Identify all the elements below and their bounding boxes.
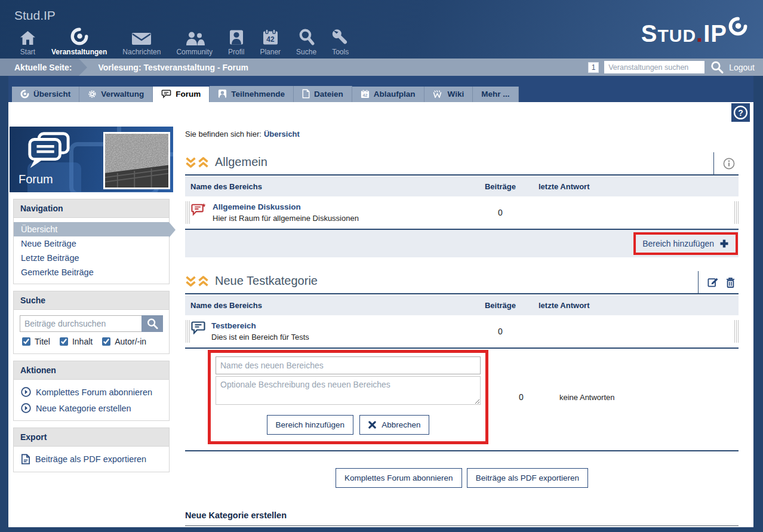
- export-widget: Export Beiträge als PDF exportieren: [13, 428, 170, 472]
- bottom-border: [0, 527, 763, 532]
- nav-veranstaltungen[interactable]: Veranstaltungen: [44, 25, 115, 56]
- new-category-section: Neue Kategorie erstellen Kategorie erste…: [185, 511, 739, 527]
- forum-search-input[interactable]: [20, 315, 141, 332]
- tab-ablaufplan[interactable]: 42 Ablaufplan: [352, 87, 424, 102]
- actions-widget: Aktionen Komplettes Forum abonnieren Neu…: [13, 361, 170, 421]
- subscribe-forum-link[interactable]: Komplettes Forum abonnieren: [14, 384, 169, 400]
- table-row: Allgemeine Diskussion Hier ist Raum für …: [185, 196, 739, 230]
- info-icon[interactable]: [723, 158, 735, 170]
- chevron-double-up-icon[interactable]: [198, 275, 209, 287]
- community-icon: [176, 25, 213, 45]
- widget-title: Export: [14, 428, 169, 447]
- new-area-form-row: Bereich hinzufügen Abbrechen: [185, 349, 739, 451]
- highlight-annotation: Bereich hinzufügen Abbrechen: [208, 350, 488, 444]
- nav-suche[interactable]: Suche: [288, 25, 324, 56]
- tab-forum[interactable]: Forum: [153, 87, 210, 102]
- subscribe-forum-button[interactable]: Komplettes Forum abonnieren: [336, 468, 462, 488]
- search-widget: Suche Titel: [13, 291, 170, 354]
- sidebar-item-letzte-beitraege[interactable]: Letzte Beiträge: [14, 251, 169, 265]
- checkbox-inhalt-label[interactable]: Inhalt: [57, 336, 93, 348]
- content-area: ? Forum: [8, 102, 753, 527]
- page-frame: Übersicht Verwaltung Forum Teilnehmende …: [0, 76, 763, 527]
- highlight-annotation: Bereich hinzufügen: [633, 232, 738, 255]
- gear-icon: [88, 90, 97, 99]
- forum-area-new-icon: [191, 202, 207, 216]
- breadcrumb-bar: Aktuelle Seite: Vorlesung: Testveranstal…: [0, 59, 763, 76]
- area-link[interactable]: Allgemeine Diskussion: [213, 202, 359, 211]
- quick-select-box[interactable]: 1: [588, 62, 599, 73]
- table-header: Name des Bereichs Beiträge letzte Antwor…: [185, 296, 739, 315]
- sidebar-item-neue-beitraege[interactable]: Neue Beiträge: [14, 236, 169, 251]
- table-header: Name des Bereichs Beiträge letzte Antwor…: [185, 177, 739, 196]
- svg-text:?: ?: [738, 108, 743, 118]
- category-footer: Bereich hinzufügen: [185, 230, 739, 257]
- trash-icon[interactable]: [726, 277, 735, 288]
- nav-profil[interactable]: Profil: [220, 25, 252, 56]
- edit-icon[interactable]: [707, 277, 718, 287]
- posts-count: 0: [467, 327, 533, 336]
- chevron-double-down-icon[interactable]: [185, 156, 196, 168]
- sidebar-banner: Forum: [10, 127, 173, 192]
- search-icon: [146, 318, 158, 330]
- tab-dateien[interactable]: Dateien: [294, 86, 352, 102]
- drag-handle[interactable]: [186, 320, 190, 343]
- checkbox-inhalt[interactable]: [60, 337, 68, 346]
- seminar-swirl-icon: [51, 25, 107, 45]
- nav-nachrichten[interactable]: Nachrichten: [115, 25, 168, 56]
- new-category-heading: Neue Kategorie erstellen: [185, 511, 739, 526]
- tab-verwaltung[interactable]: Verwaltung: [79, 87, 153, 102]
- widget-title: Suche: [14, 291, 169, 310]
- sidebar-item-gemerkte-beitraege[interactable]: Gemerkte Beiträge: [14, 265, 169, 279]
- footer-buttons: Komplettes Forum abonnieren Beiträge als…: [185, 468, 739, 488]
- logout-link[interactable]: Logout: [729, 63, 755, 72]
- export-pdf-link[interactable]: Beiträge als PDF exportieren: [14, 451, 169, 468]
- table-row: Testbereich Dies ist ein Bereich für Tes…: [185, 315, 739, 349]
- search-icon[interactable]: [710, 60, 724, 74]
- chevron-double-up-icon[interactable]: [198, 156, 209, 168]
- nav-start[interactable]: Start: [12, 25, 44, 56]
- new-area-name-input[interactable]: [216, 356, 481, 374]
- help-icon: ?: [733, 105, 748, 120]
- course-search-input[interactable]: [604, 61, 704, 73]
- lecture-hall-photo: [103, 132, 170, 189]
- checkbox-titel-label[interactable]: Titel: [20, 336, 50, 348]
- location-link[interactable]: Übersicht: [264, 130, 300, 139]
- area-description: Dies ist ein Bereich für Tests: [211, 333, 309, 342]
- sidebar: Forum Navigation Übersicht Neue Beiträge: [8, 102, 174, 527]
- checkbox-titel[interactable]: [22, 337, 30, 346]
- add-area-submit-button[interactable]: Bereich hinzufügen: [267, 415, 354, 435]
- area-link[interactable]: Testbereich: [211, 321, 309, 330]
- tab-uebersicht[interactable]: Übersicht: [12, 87, 79, 102]
- widget-title: Navigation: [14, 199, 169, 218]
- tab-mehr[interactable]: Mehr ...: [473, 87, 518, 102]
- profile-icon: [228, 25, 244, 45]
- person-icon: [218, 89, 227, 99]
- nav-tools[interactable]: Tools: [324, 25, 356, 56]
- chevron-double-down-icon[interactable]: [185, 275, 196, 287]
- sidebar-item-uebersicht[interactable]: Übersicht: [14, 222, 169, 236]
- breadcrumb-page-title: Vorlesung: Testveranstaltung - Forum: [98, 63, 248, 72]
- export-pdf-button[interactable]: Beiträge als PDF exportieren: [467, 468, 588, 488]
- tab-wiki[interactable]: Wiki: [424, 87, 473, 102]
- tab-teilnehmende[interactable]: Teilnehmende: [210, 86, 294, 102]
- nav-community[interactable]: Community: [168, 25, 220, 56]
- forum-bubble-icon: [161, 90, 171, 99]
- new-area-description-input[interactable]: [216, 376, 481, 405]
- add-area-button[interactable]: Bereich hinzufügen: [636, 235, 736, 253]
- forum-bubble-icon: [25, 131, 70, 171]
- breadcrumb-tools: 1 Logout: [588, 60, 763, 74]
- checkbox-autor-label[interactable]: Autor/-in: [100, 336, 146, 348]
- new-category-link[interactable]: Neue Kategorie erstellen: [14, 400, 169, 416]
- forum-search-button[interactable]: [141, 315, 163, 332]
- drag-handle[interactable]: [186, 201, 190, 224]
- breadcrumb-label: Aktuelle Seite:: [0, 59, 79, 76]
- checkbox-autor[interactable]: [102, 337, 110, 346]
- drag-handle[interactable]: [734, 320, 739, 343]
- cancel-button[interactable]: Abbrechen: [359, 415, 429, 435]
- nav-planer[interactable]: 42 Planer: [252, 25, 288, 56]
- search-icon: [296, 25, 316, 45]
- help-button[interactable]: ?: [731, 103, 750, 122]
- home-icon: [20, 25, 36, 45]
- drag-handle[interactable]: [734, 201, 739, 224]
- logo-swirl-icon: [728, 17, 747, 36]
